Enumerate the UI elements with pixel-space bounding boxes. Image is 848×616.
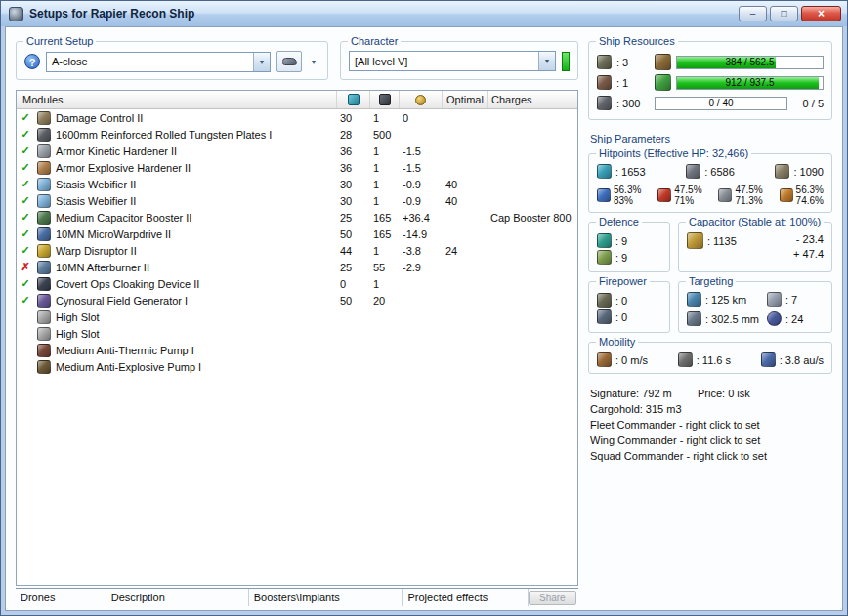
close-button[interactable]: ×: [801, 6, 841, 21]
squad-commander-slot[interactable]: Squad Commander - right click to set: [590, 448, 832, 464]
missile-dps-icon: [597, 309, 612, 324]
module-row[interactable]: Medium Anti-Thermic Pump I: [17, 342, 577, 358]
chevron-down-icon[interactable]: ▼: [253, 53, 270, 71]
setup-select[interactable]: A-close ▼: [46, 52, 271, 72]
tab-boosters-implants[interactable]: Boosters\Implants: [249, 589, 403, 606]
module-row[interactable]: ✓Armor Explosive Hardener II361-1.5: [17, 159, 577, 176]
module-row[interactable]: ✓Damage Control II3010: [17, 109, 577, 126]
cpu-icon: [655, 74, 671, 91]
scan-resolution-value: : 302.5 mm: [705, 313, 759, 325]
wing-commander-slot[interactable]: Wing Commander - right click to set: [590, 432, 832, 448]
fitted-check-icon: ✓: [17, 212, 34, 223]
module-name: Medium Capacitor Booster II: [54, 212, 337, 224]
tab-description[interactable]: Description: [106, 589, 249, 606]
sensor-strength-icon: [767, 311, 782, 326]
current-setup-group: Current Setup ? A-close ▼ ▼: [16, 41, 328, 80]
chevron-down-icon[interactable]: ▼: [538, 52, 555, 70]
module-cpu: 30: [337, 179, 370, 190]
character-skills-indicator: [562, 52, 570, 71]
module-powergrid: 165: [370, 212, 400, 224]
modules-rows: ✓Damage Control II3010✓1600mm Reinforced…: [17, 109, 577, 585]
defence-armor-value: : 9: [615, 252, 627, 264]
module-name: Armor Explosive Hardener II: [54, 162, 337, 174]
launcher-hardpoint-icon: [597, 75, 612, 90]
ship-browser-button[interactable]: [276, 51, 302, 72]
capacitor-group: Capacitor (Stable at: 100%) : 1135 - 23.…: [678, 222, 832, 272]
signature-text: Signature: 792 m: [590, 386, 698, 401]
module-cap-use: -3.8: [400, 245, 443, 257]
module-cap-use: -14.9: [400, 228, 443, 240]
ship-menu-arrow-icon[interactable]: ▼: [308, 59, 319, 65]
module-cpu: 30: [337, 195, 370, 207]
tab-drones[interactable]: Drones: [16, 589, 106, 606]
capacitor-icon: [687, 232, 703, 249]
max-velocity-value: : 0 m/s: [615, 354, 648, 366]
defence-label: Defence: [596, 216, 642, 227]
character-select[interactable]: [All level V] ▼: [349, 51, 556, 71]
setup-selected-value: A-close: [47, 56, 253, 67]
module-row[interactable]: ✓Cynosural Field Generator I5020: [17, 292, 577, 308]
calibration-icon: [597, 96, 612, 110]
module-powergrid: 1: [370, 195, 400, 207]
firepower-label: Firepower: [596, 275, 650, 287]
module-row[interactable]: ✓Warp Disruptor II441-3.824: [17, 242, 577, 259]
module-cpu: 25: [337, 262, 370, 273]
module-cap-use: 0: [400, 112, 443, 124]
module-row[interactable]: High Slot: [17, 308, 577, 325]
capacitor-booster-icon: [37, 211, 51, 225]
mobility-group: Mobility : 0 m/s : 11.6 s : 3.8 au/s: [588, 342, 832, 374]
module-powergrid: 1: [370, 145, 400, 157]
module-row[interactable]: ✓Stasis Webifier II301-0.940: [17, 192, 577, 209]
tab-projected-effects[interactable]: Projected effects: [403, 589, 528, 606]
fitted-check-icon: ✓: [17, 162, 34, 173]
max-targets-value: : 7: [785, 294, 797, 306]
empty-highslot-icon: [37, 310, 51, 324]
module-charges: Cap Booster 800: [488, 212, 577, 224]
module-powergrid: 500: [370, 129, 400, 141]
module-name: 1600mm Reinforced Rolled Tungsten Plates…: [54, 129, 337, 141]
modules-table-header: Modules Optimal Charges: [17, 91, 577, 109]
fleet-commander-slot[interactable]: Fleet Commander - right click to set: [590, 417, 832, 432]
ship-stats-text: Signature: 792 m Price: 0 isk Cargohold:…: [588, 386, 832, 464]
module-row[interactable]: ✓Medium Capacitor Booster II25165+36.4Ca…: [17, 209, 577, 226]
max-targets-icon: [767, 292, 782, 307]
module-cpu: 36: [337, 145, 370, 157]
share-button[interactable]: Share: [529, 591, 576, 605]
module-name: Cynosural Field Generator I: [54, 295, 337, 307]
module-row[interactable]: Medium Anti-Explosive Pump I: [17, 358, 577, 375]
fitted-check-icon: ✓: [17, 228, 34, 239]
app-icon[interactable]: [9, 7, 23, 21]
module-row[interactable]: ✓Covert Ops Cloaking Device II01: [17, 275, 577, 292]
top-controls: Current Setup ? A-close ▼ ▼ Ch: [16, 41, 578, 80]
window-title: Setups for Rapier Recon Ship: [29, 7, 736, 21]
ship-resources-group: Ship Resources : 3 384 / 562.5 : 1: [588, 41, 832, 120]
offline-x-icon: ✗: [17, 262, 34, 272]
structure-hp: : 1090: [793, 166, 824, 178]
current-setup-label: Current Setup: [23, 35, 96, 47]
module-row[interactable]: ✓Stasis Webifier II301-0.940: [17, 176, 577, 192]
thermal-shield-resist: 47.5%: [674, 185, 701, 195]
turret-hardpoint-icon: [597, 55, 612, 69]
fitted-check-icon: ✓: [17, 145, 34, 156]
minimize-button[interactable]: –: [739, 6, 767, 21]
modules-column-header: Modules: [17, 91, 337, 108]
module-cap-use: -1.5: [400, 162, 443, 174]
titlebar[interactable]: Setups for Rapier Recon Ship – □ ×: [1, 1, 847, 26]
module-powergrid: 1: [370, 112, 400, 124]
module-row[interactable]: ✓Armor Kinetic Hardener II361-1.5: [17, 143, 577, 159]
maximize-button[interactable]: □: [770, 6, 798, 21]
module-row[interactable]: ✓10MN MicroWarpdrive II50165-14.9: [17, 226, 577, 242]
module-name: Armor Kinetic Hardener II: [54, 145, 337, 157]
module-row[interactable]: ✓1600mm Reinforced Rolled Tungsten Plate…: [17, 126, 577, 143]
module-row[interactable]: ✗10MN Afterburner II2555-2.9: [17, 259, 577, 275]
missile-dps-value: : 0: [615, 311, 627, 323]
structure-icon: [775, 164, 789, 179]
armor-hp: : 6586: [704, 166, 735, 178]
module-cpu: 28: [337, 129, 370, 141]
module-cap-use: -2.9: [400, 262, 443, 273]
help-icon[interactable]: ?: [24, 54, 40, 69]
module-row[interactable]: High Slot: [17, 325, 577, 342]
firepower-group: Firepower : 0 : 0: [588, 281, 670, 333]
fitted-check-icon: ✓: [17, 129, 34, 140]
mobility-label: Mobility: [596, 336, 638, 348]
